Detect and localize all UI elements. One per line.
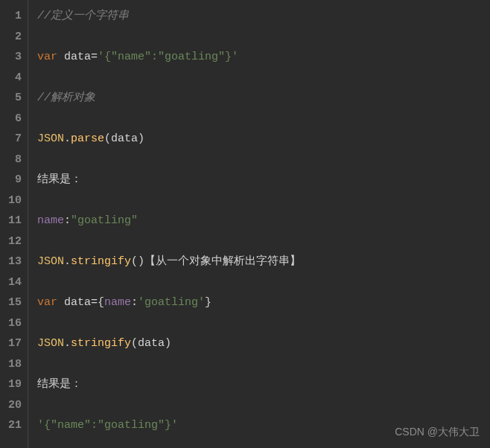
line-number: 4 — [3, 68, 22, 89]
line-number: 14 — [3, 272, 22, 293]
line-number: 9 — [3, 170, 22, 191]
token-keyword: var — [37, 296, 64, 309]
token-comment: //解析对象 — [37, 92, 95, 104]
line-number: 18 — [3, 354, 22, 375]
token-string: 'goatling' — [138, 296, 205, 309]
line-number: 20 — [3, 395, 22, 416]
line-number: 8 — [3, 150, 22, 170]
token-prop: name — [37, 214, 64, 227]
code-line[interactable] — [37, 109, 490, 129]
token-method: parse — [71, 132, 104, 145]
code-line[interactable] — [37, 191, 490, 211]
code-line[interactable]: //定义一个字符串 — [37, 6, 490, 27]
token-op: : — [64, 214, 71, 227]
line-number: 6 — [3, 109, 22, 129]
code-line[interactable]: JSON.stringify(data) — [37, 333, 490, 354]
code-line[interactable] — [37, 395, 490, 416]
token-string: "goatling" — [71, 214, 138, 227]
token-paren: } — [205, 296, 211, 309]
line-number: 17 — [3, 333, 22, 354]
token-paren: { — [98, 296, 104, 309]
token-obj: JSON — [37, 255, 64, 268]
token-keyword: var — [37, 51, 64, 63]
code-line[interactable]: //解析对象 — [37, 88, 490, 109]
token-text: 【从一个对象中解析出字符串】 — [144, 255, 301, 268]
code-line[interactable]: var data='{"name":"goatling"}' — [37, 47, 490, 68]
token-method: stringify — [71, 337, 131, 350]
token-op: : — [131, 296, 138, 309]
line-number: 2 — [3, 27, 22, 48]
token-string: '{"name":"goatling"}' — [98, 51, 238, 63]
token-prop: name — [104, 296, 131, 309]
token-op: . — [64, 337, 71, 350]
token-paren: ) — [138, 132, 144, 145]
token-op: . — [64, 255, 71, 268]
line-number: 16 — [3, 313, 22, 334]
token-op: = — [91, 51, 98, 63]
token-paren: ( — [104, 132, 111, 145]
line-number: 15 — [3, 292, 22, 313]
token-ident: data — [64, 296, 91, 309]
line-number: 13 — [3, 252, 22, 272]
code-line[interactable] — [37, 313, 490, 334]
code-line[interactable]: name:"goatling" — [37, 211, 490, 231]
token-text: 结果是： — [37, 378, 82, 391]
line-number: 19 — [3, 374, 22, 395]
code-line[interactable]: 结果是： — [37, 374, 490, 395]
line-number: 5 — [3, 88, 22, 109]
token-paren: ( — [131, 337, 138, 350]
code-line[interactable] — [37, 150, 490, 170]
watermark: CSDN @大伟大卫 — [395, 426, 480, 439]
token-text: 结果是： — [37, 173, 82, 186]
code-line[interactable] — [37, 272, 490, 293]
line-number: 12 — [3, 231, 22, 252]
token-op: . — [64, 132, 71, 145]
code-line[interactable]: JSON.parse(data) — [37, 129, 490, 150]
code-line[interactable] — [37, 354, 490, 375]
token-ident: data — [111, 132, 138, 145]
line-number: 11 — [3, 211, 22, 231]
token-ident: data — [64, 51, 91, 63]
line-gutter: 123456789101112131415161718192021 — [0, 0, 28, 448]
line-number: 10 — [3, 191, 22, 211]
line-number: 21 — [3, 415, 22, 436]
line-number: 7 — [3, 129, 22, 150]
token-method: stringify — [71, 255, 131, 268]
code-line[interactable]: JSON.stringify()【从一个对象中解析出字符串】 — [37, 252, 490, 272]
code-editor: 123456789101112131415161718192021 //定义一个… — [0, 0, 490, 448]
code-line[interactable] — [37, 68, 490, 89]
line-number: 1 — [3, 6, 22, 27]
token-obj: JSON — [37, 132, 64, 145]
token-string: '{"name":"goatling"}' — [37, 419, 178, 432]
code-line[interactable] — [37, 231, 490, 252]
token-obj: JSON — [37, 337, 64, 350]
code-area[interactable]: //定义一个字符串var data='{"name":"goatling"}'/… — [28, 0, 490, 448]
token-ident: data — [138, 337, 165, 350]
token-comment: //定义一个字符串 — [37, 10, 129, 22]
line-number: 3 — [3, 47, 22, 68]
code-line[interactable]: 结果是： — [37, 170, 490, 191]
token-op: = — [91, 296, 98, 309]
code-line[interactable]: var data={name:'goatling'} — [37, 292, 490, 313]
token-paren: () — [131, 255, 144, 268]
token-paren: ) — [165, 337, 171, 350]
code-line[interactable] — [37, 27, 490, 48]
